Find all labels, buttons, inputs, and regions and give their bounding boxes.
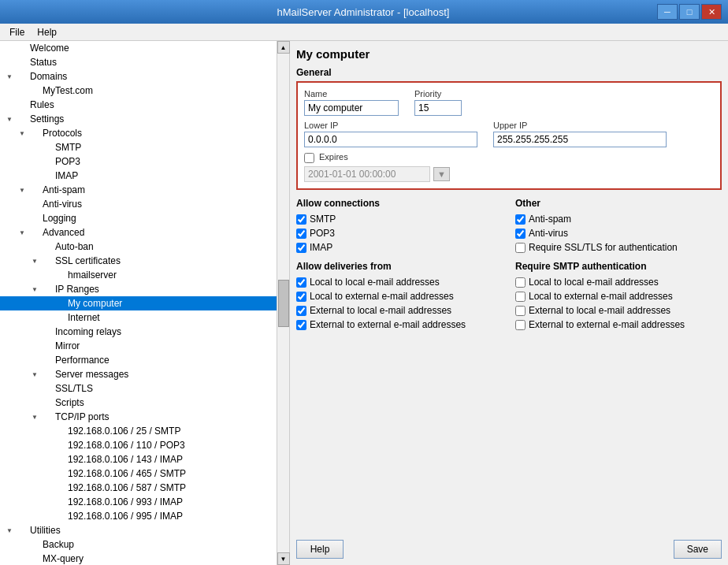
sidebar-item-port2[interactable]: 192.168.0.106 / 110 / POP3 bbox=[0, 438, 277, 452]
other-group-checkbox-2[interactable] bbox=[515, 243, 526, 253]
sidebar-item-status[interactable]: Status bbox=[0, 55, 277, 69]
allow-connections-group-checkbox-1[interactable] bbox=[296, 229, 306, 239]
sidebar-item-scripts[interactable]: Scripts bbox=[0, 396, 277, 410]
sidebar-item-hmailserver[interactable]: hmailserver bbox=[0, 268, 277, 282]
help-button[interactable]: Help bbox=[296, 540, 344, 559]
scroll-thumb[interactable] bbox=[278, 280, 289, 327]
tree-toggle-utilities[interactable]: ▼ bbox=[3, 527, 16, 534]
require-smtp-group-checkbox-3[interactable] bbox=[515, 320, 526, 330]
require-smtp-section: Require SMTP authentication Local to loc… bbox=[515, 261, 722, 330]
tree-toggle-antispam[interactable]: ▼ bbox=[16, 187, 28, 194]
sidebar-item-imap[interactable]: IMAP bbox=[0, 169, 277, 183]
sidebar-item-port5[interactable]: 192.168.0.106 / 587 / SMTP bbox=[0, 481, 277, 495]
sidebar-item-server-messages[interactable]: ▼Server messages bbox=[0, 367, 277, 381]
sidebar-item-my-computer[interactable]: My computer bbox=[0, 296, 277, 310]
other-group-label-2: Require SSL/TLS for authentication bbox=[529, 242, 678, 253]
sidebar-item-smtp[interactable]: SMTP bbox=[0, 140, 277, 154]
priority-input[interactable] bbox=[414, 100, 462, 116]
name-input[interactable] bbox=[304, 100, 399, 116]
allow-connections-group-checkbox-2[interactable] bbox=[296, 243, 306, 253]
sidebar-item-domains[interactable]: ▼Domains bbox=[0, 69, 277, 84]
sidebar-item-internet[interactable]: Internet bbox=[0, 310, 277, 325]
tree-toggle-advanced[interactable]: ▼ bbox=[16, 229, 28, 236]
other-group-checkbox-1[interactable] bbox=[515, 229, 526, 239]
tree-label-utilities: Utilities bbox=[30, 525, 61, 536]
minimize-button[interactable]: ─ bbox=[657, 4, 678, 20]
expires-label[interactable]: Expires bbox=[319, 152, 348, 162]
sidebar-item-port1[interactable]: 192.168.0.106 / 25 / SMTP bbox=[0, 424, 277, 438]
sidebar-item-autoban[interactable]: Auto-ban bbox=[0, 240, 277, 254]
sidebar-item-antivirus[interactable]: Anti-virus bbox=[0, 197, 277, 211]
sidebar-item-ssltls[interactable]: SSL/TLS bbox=[0, 381, 277, 396]
tree-label-protocols: Protocols bbox=[43, 128, 82, 139]
tree-toggle-ssl-certs[interactable]: ▼ bbox=[28, 258, 41, 265]
expires-checkbox[interactable] bbox=[304, 153, 314, 163]
tree-icon-ssl-certs bbox=[41, 255, 54, 267]
sidebar-item-rules[interactable]: Rules bbox=[0, 98, 277, 112]
sidebar-item-settings[interactable]: ▼Settings bbox=[0, 112, 277, 126]
sidebar-item-logging[interactable]: Logging bbox=[0, 211, 277, 225]
tree-toggle-ip-ranges[interactable]: ▼ bbox=[28, 286, 41, 293]
ip-row: Lower IP Upper IP bbox=[304, 121, 714, 147]
page-title: My computer bbox=[296, 47, 722, 61]
require-smtp-group-checkbox-2[interactable] bbox=[515, 306, 526, 316]
sidebar-item-mytest[interactable]: MyTest.com bbox=[0, 84, 277, 98]
sidebar-item-ip-ranges[interactable]: ▼IP Ranges bbox=[0, 282, 277, 296]
tree-toggle-protocols[interactable]: ▼ bbox=[16, 130, 28, 137]
maximize-button[interactable]: □ bbox=[679, 4, 700, 20]
allow-connections-section: Allow connections SMTPPOP3IMAP bbox=[296, 198, 503, 253]
tree-icon-hmailserver bbox=[54, 269, 66, 281]
sidebar-item-mx-query[interactable]: MX-query bbox=[0, 552, 277, 565]
allow-connections-group-label-0: SMTP bbox=[310, 214, 336, 225]
allow-deliveries-group-checkbox-0[interactable] bbox=[296, 277, 306, 288]
tree-toggle-tcp-ip-ports[interactable]: ▼ bbox=[28, 414, 41, 421]
tree-icon-status bbox=[16, 56, 28, 69]
sidebar-item-mirror[interactable]: Mirror bbox=[0, 339, 277, 353]
require-smtp-group-checkbox-0[interactable] bbox=[515, 277, 526, 288]
sidebar-item-performance[interactable]: Performance bbox=[0, 353, 277, 367]
tree-label-scripts: Scripts bbox=[55, 397, 84, 408]
sidebar-item-welcome[interactable]: Welcome bbox=[0, 41, 277, 55]
upper-ip-input[interactable] bbox=[493, 132, 667, 147]
list-item: Require SSL/TLS for authentication bbox=[515, 242, 722, 253]
sidebar-item-port6[interactable]: 192.168.0.106 / 993 / IMAP bbox=[0, 495, 277, 509]
other-group-checkbox-0[interactable] bbox=[515, 214, 526, 225]
date-picker-button[interactable]: ▼ bbox=[433, 167, 450, 181]
lower-ip-input[interactable] bbox=[304, 132, 477, 147]
sidebar-item-incoming-relays[interactable]: Incoming relays bbox=[0, 325, 277, 339]
date-input[interactable] bbox=[304, 166, 430, 182]
allow-deliveries-group-checkbox-1[interactable] bbox=[296, 292, 306, 302]
sidebar-item-antispam[interactable]: ▼Anti-spam bbox=[0, 183, 277, 197]
allow-deliveries-group-checkbox-2[interactable] bbox=[296, 306, 306, 316]
tree-label-logging: Logging bbox=[43, 213, 76, 224]
allow-connections-group-checkbox-0[interactable] bbox=[296, 214, 306, 225]
tree-toggle-settings[interactable]: ▼ bbox=[3, 116, 16, 123]
allow-deliveries-group-checkbox-3[interactable] bbox=[296, 320, 306, 330]
tree-icon-mirror bbox=[41, 340, 54, 352]
sidebar-item-advanced[interactable]: ▼Advanced bbox=[0, 225, 277, 240]
general-section: General Name Priority Lower IP bbox=[296, 67, 722, 190]
sidebar-item-backup[interactable]: Backup bbox=[0, 537, 277, 552]
sidebar-item-pop3[interactable]: POP3 bbox=[0, 154, 277, 169]
sidebar-item-port4[interactable]: 192.168.0.106 / 465 / SMTP bbox=[0, 466, 277, 481]
sidebar-scrollbar[interactable]: ▲ ▼ bbox=[277, 41, 289, 565]
scroll-up-arrow[interactable]: ▲ bbox=[277, 41, 290, 54]
scroll-down-arrow[interactable]: ▼ bbox=[277, 552, 290, 565]
sidebar-item-port7[interactable]: 192.168.0.106 / 995 / IMAP bbox=[0, 509, 277, 523]
tree-toggle-server-messages[interactable]: ▼ bbox=[28, 371, 41, 378]
save-button[interactable]: Save bbox=[674, 540, 722, 559]
sidebar-item-port3[interactable]: 192.168.0.106 / 143 / IMAP bbox=[0, 452, 277, 466]
sidebar-item-ssl-certs[interactable]: ▼SSL certificates bbox=[0, 254, 277, 268]
general-box: Name Priority Lower IP Upper IP bbox=[296, 81, 722, 190]
require-smtp-group-checkbox-1[interactable] bbox=[515, 292, 526, 302]
tree-icon-port3 bbox=[54, 453, 66, 466]
sidebar-item-utilities[interactable]: ▼Utilities bbox=[0, 523, 277, 537]
sidebar-item-protocols[interactable]: ▼Protocols bbox=[0, 126, 277, 140]
sidebar-outer: WelcomeStatus▼DomainsMyTest.comRules▼Set… bbox=[0, 41, 290, 565]
sidebar-item-tcp-ip-ports[interactable]: ▼TCP/IP ports bbox=[0, 410, 277, 424]
close-button[interactable]: ✕ bbox=[701, 4, 722, 20]
tree-toggle-domains[interactable]: ▼ bbox=[3, 73, 16, 80]
menu-file[interactable]: File bbox=[3, 25, 31, 39]
allow-deliveries-group: Local to local e-mail addressesLocal to … bbox=[296, 277, 503, 330]
menu-help[interactable]: Help bbox=[31, 25, 63, 39]
